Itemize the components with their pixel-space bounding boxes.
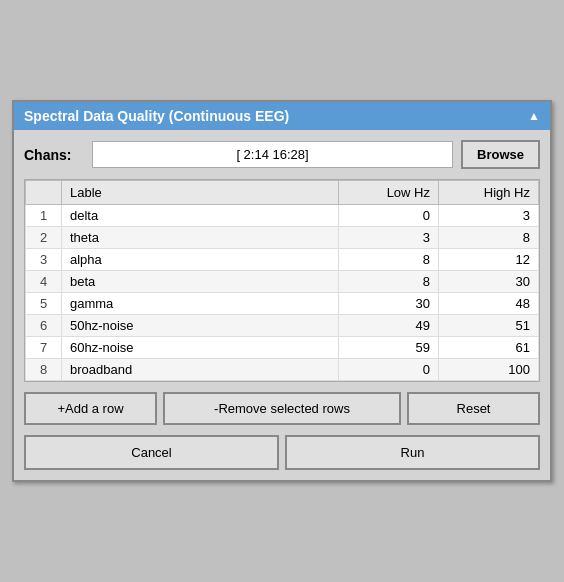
collapse-icon[interactable]: ▲ (528, 109, 540, 123)
spectral-table: Lable Low Hz High Hz 1 delta 0 3 2 theta… (25, 180, 539, 381)
cell-low: 30 (339, 293, 439, 315)
remove-rows-button[interactable]: -Remove selected rows (163, 392, 401, 425)
table-body: 1 delta 0 3 2 theta 3 8 3 alpha 8 12 4 b… (26, 205, 539, 381)
cell-num: 2 (26, 227, 62, 249)
browse-button[interactable]: Browse (461, 140, 540, 169)
table-row[interactable]: 6 50hz-noise 49 51 (26, 315, 539, 337)
table-row[interactable]: 8 broadband 0 100 (26, 359, 539, 381)
cell-label: alpha (62, 249, 339, 271)
col-header-high: High Hz (439, 181, 539, 205)
cell-low: 0 (339, 359, 439, 381)
cell-label: beta (62, 271, 339, 293)
table-row[interactable]: 7 60hz-noise 59 61 (26, 337, 539, 359)
col-header-low: Low Hz (339, 181, 439, 205)
cell-low: 59 (339, 337, 439, 359)
add-row-button[interactable]: +Add a row (24, 392, 157, 425)
cell-num: 5 (26, 293, 62, 315)
table-header-row: Lable Low Hz High Hz (26, 181, 539, 205)
cell-num: 4 (26, 271, 62, 293)
cell-low: 8 (339, 249, 439, 271)
cell-label: 60hz-noise (62, 337, 339, 359)
cell-low: 3 (339, 227, 439, 249)
data-table-wrapper: Lable Low Hz High Hz 1 delta 0 3 2 theta… (24, 179, 540, 382)
reset-button[interactable]: Reset (407, 392, 540, 425)
cell-num: 8 (26, 359, 62, 381)
chans-row: Chans: [ 2:14 16:28] Browse (24, 140, 540, 169)
window-title: Spectral Data Quality (Continuous EEG) (24, 108, 289, 124)
cell-high: 48 (439, 293, 539, 315)
chans-value: [ 2:14 16:28] (92, 141, 453, 168)
cell-label: theta (62, 227, 339, 249)
title-bar: Spectral Data Quality (Continuous EEG) ▲ (14, 102, 550, 130)
cell-label: 50hz-noise (62, 315, 339, 337)
col-header-num (26, 181, 62, 205)
cell-high: 8 (439, 227, 539, 249)
cell-num: 3 (26, 249, 62, 271)
cell-high: 61 (439, 337, 539, 359)
cell-high: 30 (439, 271, 539, 293)
cell-high: 51 (439, 315, 539, 337)
cell-high: 12 (439, 249, 539, 271)
cell-low: 8 (339, 271, 439, 293)
chans-label: Chans: (24, 147, 84, 163)
cell-low: 0 (339, 205, 439, 227)
cell-low: 49 (339, 315, 439, 337)
run-button[interactable]: Run (285, 435, 540, 470)
table-row[interactable]: 3 alpha 8 12 (26, 249, 539, 271)
cell-label: broadband (62, 359, 339, 381)
cell-num: 1 (26, 205, 62, 227)
cell-high: 100 (439, 359, 539, 381)
footer-row: Cancel Run (24, 435, 540, 470)
content-area: Chans: [ 2:14 16:28] Browse Lable Low Hz… (14, 130, 550, 480)
cell-num: 7 (26, 337, 62, 359)
table-row[interactable]: 1 delta 0 3 (26, 205, 539, 227)
action-row: +Add a row -Remove selected rows Reset (24, 392, 540, 425)
cell-label: gamma (62, 293, 339, 315)
cell-high: 3 (439, 205, 539, 227)
cell-num: 6 (26, 315, 62, 337)
col-header-label: Lable (62, 181, 339, 205)
cancel-button[interactable]: Cancel (24, 435, 279, 470)
table-row[interactable]: 5 gamma 30 48 (26, 293, 539, 315)
cell-label: delta (62, 205, 339, 227)
table-row[interactable]: 4 beta 8 30 (26, 271, 539, 293)
table-row[interactable]: 2 theta 3 8 (26, 227, 539, 249)
main-window: Spectral Data Quality (Continuous EEG) ▲… (12, 100, 552, 482)
